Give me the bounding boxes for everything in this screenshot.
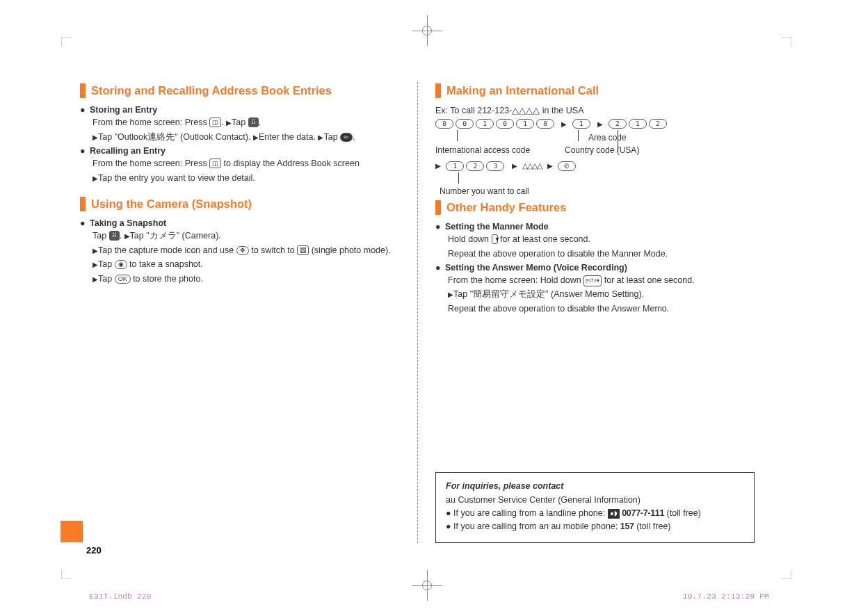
- left-column: Storing and Recalling Address Book Entri…: [80, 82, 417, 543]
- call-key-icon: ✆: [558, 161, 576, 171]
- body-snapshot: Tap ⠿. Tap "カメラ" (Camera). Tap the captu…: [92, 229, 400, 286]
- subhead-storing: ●Storing an Entry: [80, 105, 400, 115]
- free-dial-icon: ∎◗: [608, 509, 620, 519]
- address-book-key-icon: ◫: [209, 117, 221, 127]
- dial-labels-2: Number you want to call: [435, 172, 755, 199]
- contacts-app-icon: ⠿: [248, 117, 259, 127]
- number-placeholder-icon: △△△△: [522, 161, 542, 170]
- key-0: 0: [435, 119, 453, 129]
- dial-labels-1: Area code International access code Coun…: [435, 130, 755, 159]
- dial-row-1: 001010 ▶ 1 ▶ 212: [435, 118, 755, 129]
- heading-other-features: Other Handy Features: [435, 200, 755, 215]
- body-recalling: From the home screen: Press ◫ to display…: [92, 157, 400, 185]
- shutter-icon: ◉: [115, 260, 127, 269]
- body-manner: Hold down ▼ for at least one second. Rep…: [448, 233, 755, 261]
- address-book-key-icon: ◫: [209, 159, 221, 168]
- photo-mode-icon: 🖼: [297, 245, 309, 255]
- subhead-manner: ●Setting the Manner Mode: [435, 222, 755, 232]
- contact-title: For inquiries, please contact: [446, 480, 744, 493]
- contact-landline: ● If you are calling from a landline pho…: [446, 507, 744, 520]
- contact-sub: au Customer Service Center (General Info…: [446, 494, 744, 507]
- subhead-answer-memo: ●Setting the Answer Memo (Voice Recordin…: [435, 263, 755, 273]
- dial-row-2: ▶ 123 ▶ △△△△ ▶ ✆: [435, 161, 755, 171]
- footer-left: E31T.indb 220: [89, 592, 152, 601]
- heading-storing-recalling: Storing and Recalling Address Book Entri…: [80, 83, 400, 98]
- heading-camera: Using the Camera (Snapshot): [80, 197, 400, 211]
- right-column: Making an International Call Ex: To call…: [417, 82, 755, 543]
- page: Storing and Recalling Address Book Entri…: [0, 0, 854, 543]
- dpad-icon: ✥: [236, 246, 249, 255]
- body-answer-memo: From the home screen: Hold down ｸﾘｱﾒﾓ fo…: [448, 274, 755, 316]
- heading-intl-call: Making an International Call: [435, 83, 755, 98]
- manner-key-icon: ▼: [492, 234, 498, 244]
- contact-box: For inquiries, please contact au Custome…: [435, 472, 755, 543]
- body-storing: From the home screen: Press ◫. Tap ⠿. Ta…: [92, 116, 400, 144]
- clear-memo-key-icon: ｸﾘｱﾒﾓ: [583, 275, 602, 286]
- apps-icon: ⠿: [109, 231, 120, 241]
- subhead-snapshot: ●Taking a Snapshot: [80, 218, 400, 228]
- contact-mobile: ● If you are calling from an au mobile p…: [446, 520, 744, 533]
- example-text: Ex: To call 212-123-△△△△ in the USA: [435, 105, 755, 115]
- subhead-recalling: ●Recalling an Entry: [80, 146, 400, 156]
- save-icon: ⇦: [340, 133, 353, 142]
- side-tab: [61, 521, 83, 542]
- footer-right: 10.7.23 2:13:29 PM: [683, 592, 769, 601]
- ok-icon: OK: [115, 275, 131, 284]
- page-number: 220: [86, 545, 102, 556]
